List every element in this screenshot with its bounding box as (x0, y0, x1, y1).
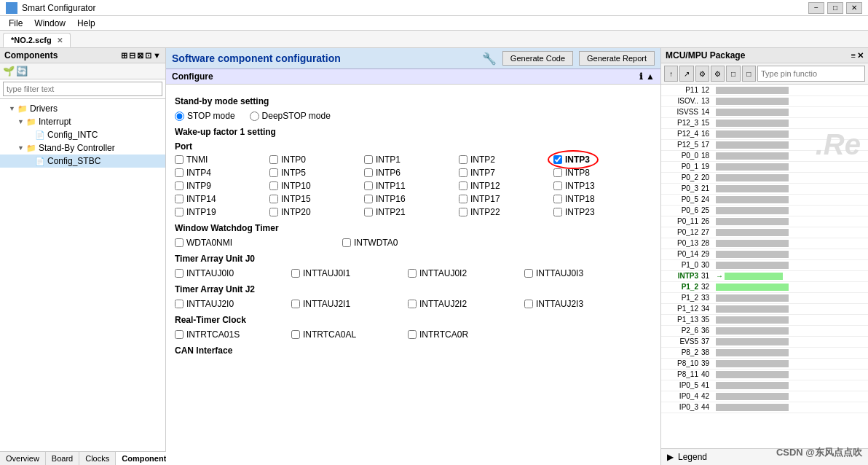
intp21-checkbox[interactable] (364, 208, 373, 216)
timer-j2-title: Timer Array Unit J2 (175, 284, 652, 294)
left-header-icon4[interactable]: ⊡ (145, 51, 151, 60)
inttauj0i2-checkbox[interactable] (408, 269, 417, 278)
intp4-checkbox[interactable] (175, 168, 184, 177)
intp12-checkbox[interactable] (459, 181, 467, 190)
tree-item-drivers[interactable]: ▼ 📁 Drivers (0, 102, 165, 115)
configure-label: Configure (172, 71, 213, 82)
pin-name-cell: P1_2 (661, 292, 701, 303)
pin-row: P0_1126 (661, 216, 868, 227)
intp5-checkbox[interactable] (269, 168, 278, 177)
rt-btn6[interactable]: □ (742, 66, 756, 82)
tree-item-config-stbc[interactable]: 📄 Config_STBC (0, 155, 165, 168)
intp3-checkbox[interactable] (553, 155, 562, 164)
intp19-checkbox[interactable] (175, 208, 184, 216)
intp15-checkbox[interactable] (269, 195, 278, 203)
pin-row: IP0_442 (661, 391, 868, 402)
tab-close-icon[interactable]: ✕ (57, 36, 63, 44)
inttauj2i2-checkbox[interactable] (408, 300, 417, 308)
tnmi-checkbox[interactable] (175, 155, 184, 164)
intp1-checkbox[interactable] (364, 155, 373, 164)
inttauj0i0-label: INTTAUJ0I0 (186, 268, 234, 278)
pin-row: IP0_344 (661, 402, 868, 413)
tab-board[interactable]: Board (46, 452, 79, 465)
menu-window[interactable]: Window (28, 17, 71, 30)
intp17-checkbox[interactable] (459, 195, 467, 203)
pin-search-input[interactable] (757, 66, 865, 82)
rt-btn4[interactable]: ⚙ (711, 66, 725, 82)
deepstop-radio[interactable] (250, 112, 259, 121)
rt-btn1[interactable]: ↑ (664, 66, 678, 82)
minimize-button[interactable]: − (808, 2, 824, 14)
tab-overview[interactable]: Overview (0, 452, 46, 465)
menu-help[interactable]: Help (71, 17, 101, 30)
tab-clocks[interactable]: Clocks (79, 452, 116, 465)
refresh-icon[interactable]: 🔄 (16, 66, 28, 77)
intp23-checkbox[interactable] (553, 208, 562, 216)
configure-expand-icon[interactable]: ▲ (646, 71, 655, 82)
pin-num-cell: 21 (701, 183, 716, 194)
intp9-checkbox[interactable] (175, 181, 184, 190)
inttauj0i1-checkbox[interactable] (291, 269, 300, 278)
tree-item-interrupt[interactable]: ▼ 📁 Interrupt (0, 115, 165, 128)
configure-info-icon[interactable]: ℹ (639, 71, 643, 82)
inttauj2i3-checkbox[interactable] (524, 300, 533, 308)
new-icon[interactable]: 🌱 (3, 66, 15, 77)
intp10-checkbox[interactable] (269, 181, 278, 190)
config-stbc-file-icon: 📄 (35, 157, 45, 166)
inttauj2i0-checkbox[interactable] (175, 300, 184, 308)
left-header-icon2[interactable]: ⊟ (129, 51, 135, 60)
right-header-close-icon[interactable]: ✕ (857, 51, 864, 60)
intp14-checkbox[interactable] (175, 195, 184, 203)
left-header-icon1[interactable]: ⊞ (121, 51, 127, 60)
intp22-checkbox[interactable] (459, 208, 467, 216)
rt-btn2[interactable]: ↗ (679, 66, 693, 82)
pin-name-cell: P1_13 (661, 314, 701, 325)
intp13-checkbox[interactable] (553, 181, 562, 190)
csdn-watermark: CSDN @东风点点吹 (776, 446, 862, 459)
pin-row: EVS537 (661, 336, 868, 347)
tree-item-standby[interactable]: ▼ 📁 Stand-By Controller (0, 141, 165, 155)
deepstop-radio-label[interactable]: DeepSTOP mode (250, 111, 331, 121)
generate-code-button[interactable]: Generate Code (502, 51, 573, 66)
intwdta0-checkbox[interactable] (342, 238, 351, 247)
tab-no2-scfg[interactable]: *NO.2.scfg ✕ (3, 33, 71, 47)
close-button[interactable]: ✕ (846, 2, 862, 14)
stop-mode-radio[interactable] (175, 112, 184, 121)
intp11-checkbox[interactable] (364, 181, 373, 190)
intp0-checkbox[interactable] (269, 155, 278, 164)
standby-label: Stand-By Controller (39, 143, 115, 153)
intrtca01s-checkbox[interactable] (175, 330, 184, 339)
filter-input[interactable] (3, 82, 162, 96)
intrtca0r-checkbox[interactable] (408, 330, 417, 339)
intp7-checkbox[interactable] (459, 168, 467, 177)
cb-intp2: INTP2 (459, 155, 553, 165)
inttauj0i0-checkbox[interactable] (175, 269, 184, 278)
pin-bar-cell (716, 227, 868, 238)
stop-mode-radio-label[interactable]: STOP mode (175, 111, 235, 121)
left-header-icon5[interactable]: ▼ (153, 51, 161, 60)
cb-inttauj2i0: INTTAUJ2I0 (175, 299, 291, 309)
intp6-checkbox[interactable] (364, 168, 373, 177)
rt-btn3[interactable]: ⚙ (695, 66, 709, 82)
intp18-checkbox[interactable] (553, 195, 562, 203)
intp2-checkbox[interactable] (459, 155, 467, 164)
left-header-icon3[interactable]: ⊠ (137, 51, 143, 60)
maximize-button[interactable]: □ (827, 2, 843, 14)
pin-bar-cell (716, 183, 868, 194)
intp8-checkbox[interactable] (553, 168, 562, 177)
pin-bar-cell (716, 347, 868, 358)
intp20-checkbox[interactable] (269, 208, 278, 216)
menu-file[interactable]: File (3, 17, 28, 30)
inttauj2i1-checkbox[interactable] (291, 300, 300, 308)
generate-report-button[interactable]: Generate Report (579, 51, 655, 66)
intp16-checkbox[interactable] (364, 195, 373, 203)
intrtca0al-checkbox[interactable] (291, 330, 300, 339)
pin-row: P0_524 (661, 194, 868, 205)
tree-item-config-intc[interactable]: 📄 Config_INTC (0, 128, 165, 141)
wdta0nmi-checkbox[interactable] (175, 238, 184, 247)
right-header-collapse-icon[interactable]: ≡ (851, 51, 856, 60)
inttauj0i3-checkbox[interactable] (524, 269, 533, 278)
rt-btn5[interactable]: □ (726, 66, 740, 82)
pin-name-cell: P1_12 (661, 303, 701, 314)
inttauj2i2-label: INTTAUJ2I2 (419, 299, 467, 309)
